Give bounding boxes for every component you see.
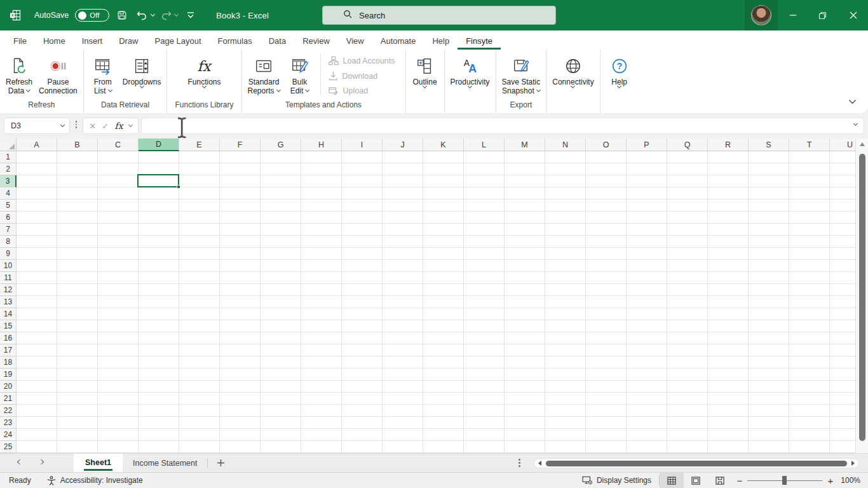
horizontal-scrollbar[interactable]: [534, 458, 859, 468]
zoom-slider[interactable]: [747, 480, 822, 481]
column-header-B[interactable]: B: [57, 139, 98, 151]
row-header-21[interactable]: 21: [0, 393, 17, 405]
column-header-H[interactable]: H: [301, 139, 342, 151]
zoom-level[interactable]: 100%: [839, 476, 868, 485]
productivity-button[interactable]: AA Productivity: [447, 53, 493, 88]
sheet-tab-income-statement[interactable]: Income Statement: [123, 454, 207, 472]
zoom-slider-thumb[interactable]: [782, 476, 787, 485]
insert-function-button[interactable]: fx: [114, 121, 123, 131]
horizontal-scrollbar-handle[interactable]: [519, 459, 520, 467]
tab-automate[interactable]: Automate: [372, 30, 424, 50]
undo-button[interactable]: [136, 10, 154, 21]
minimize-button[interactable]: [778, 0, 808, 30]
row-header-18[interactable]: 18: [0, 356, 17, 369]
zoom-out-button[interactable]: −: [732, 475, 747, 486]
row-header-13[interactable]: 13: [0, 296, 17, 308]
row-header-5[interactable]: 5: [0, 200, 17, 212]
row-header-24[interactable]: 24: [0, 429, 17, 441]
name-box-chevron-icon[interactable]: [60, 123, 65, 127]
row-header-22[interactable]: 22: [0, 405, 17, 417]
autosave-toggle[interactable]: Off: [75, 9, 109, 22]
row-header-9[interactable]: 9: [0, 248, 17, 260]
selected-cell-outline[interactable]: [137, 174, 179, 187]
column-header-K[interactable]: K: [423, 139, 464, 151]
formula-bar-drag-handle[interactable]: [72, 121, 80, 128]
display-settings-button[interactable]: Display Settings: [574, 476, 659, 485]
row-header-20[interactable]: 20: [0, 381, 17, 393]
formula-input[interactable]: [141, 118, 864, 134]
column-header-A[interactable]: A: [17, 139, 57, 151]
fx-chevron-icon[interactable]: [128, 123, 133, 127]
excel-app-icon[interactable]: x: [9, 9, 22, 22]
from-list-button[interactable]: From List: [86, 53, 119, 95]
row-header-14[interactable]: 14: [0, 308, 17, 320]
row-header-2[interactable]: 2: [0, 163, 17, 175]
sheet-nav-next-button[interactable]: [31, 454, 52, 472]
column-header-J[interactable]: J: [383, 139, 423, 151]
bulk-edit-button[interactable]: Bulk Edit: [283, 53, 316, 95]
row-header-23[interactable]: 23: [0, 417, 17, 429]
save-button[interactable]: [113, 6, 131, 24]
row-header-11[interactable]: 11: [0, 272, 17, 284]
tab-insert[interactable]: Insert: [74, 30, 111, 50]
column-header-O[interactable]: O: [586, 139, 627, 151]
outline-button[interactable]: Outline: [409, 53, 442, 88]
row-header-15[interactable]: 15: [0, 320, 17, 332]
collapse-ribbon-button[interactable]: [846, 93, 859, 109]
row-header-10[interactable]: 10: [0, 260, 17, 272]
tab-file[interactable]: File: [5, 30, 35, 50]
customize-quick-access-toolbar-button[interactable]: [182, 6, 200, 24]
column-header-N[interactable]: N: [545, 139, 586, 151]
row-header-8[interactable]: 8: [0, 236, 17, 248]
zoom-in-button[interactable]: +: [822, 475, 839, 486]
row-header-12[interactable]: 12: [0, 284, 17, 296]
view-page-break-button[interactable]: [708, 473, 732, 488]
tab-finsyte[interactable]: Finsyte: [458, 30, 501, 50]
fill-handle[interactable]: [177, 185, 180, 189]
row-header-17[interactable]: 17: [0, 344, 17, 356]
tab-help[interactable]: Help: [424, 30, 458, 50]
row-header-6[interactable]: 6: [0, 212, 17, 224]
column-header-M[interactable]: M: [505, 139, 545, 151]
row-header-16[interactable]: 16: [0, 332, 17, 344]
expand-formula-bar-chevron-icon[interactable]: [853, 121, 858, 126]
add-sheet-button[interactable]: [208, 454, 233, 472]
tab-draw[interactable]: Draw: [111, 30, 146, 50]
tab-data[interactable]: Data: [261, 30, 294, 50]
column-header-P[interactable]: P: [627, 139, 667, 151]
close-button[interactable]: [838, 0, 868, 30]
row-header-1[interactable]: 1: [0, 151, 17, 163]
help-button[interactable]: ? Help: [603, 53, 636, 88]
row-header-7[interactable]: 7: [0, 224, 17, 236]
view-page-layout-button[interactable]: [684, 473, 708, 488]
column-header-I[interactable]: I: [342, 139, 383, 151]
select-all-corner[interactable]: [0, 139, 17, 151]
account-avatar-button[interactable]: [745, 0, 778, 30]
column-header-C[interactable]: C: [98, 139, 139, 151]
pause-connection-button[interactable]: Pause Connection: [36, 53, 81, 95]
scroll-left-arrow-icon[interactable]: [538, 461, 541, 466]
functions-button[interactable]: fx Functions: [184, 53, 224, 88]
column-header-S[interactable]: S: [749, 139, 789, 151]
vertical-scrollbar[interactable]: [855, 139, 868, 453]
row-header-3[interactable]: 3: [0, 175, 17, 187]
column-header-R[interactable]: R: [708, 139, 749, 151]
sheet-nav-previous-button[interactable]: [9, 454, 31, 472]
tab-home[interactable]: Home: [35, 30, 74, 50]
view-normal-button[interactable]: [660, 473, 684, 488]
search-input[interactable]: Search: [322, 6, 556, 25]
column-header-L[interactable]: L: [464, 139, 505, 151]
tab-page-layout[interactable]: Page Layout: [147, 30, 210, 50]
row-header-4[interactable]: 4: [0, 187, 17, 200]
standard-reports-button[interactable]: Standard Reports: [245, 53, 283, 95]
dropdowns-button[interactable]: Dropdowns: [119, 53, 165, 88]
vertical-scroll-thumb[interactable]: [859, 154, 865, 441]
column-header-D[interactable]: D: [139, 139, 179, 151]
name-box[interactable]: D3: [4, 118, 70, 134]
column-header-E[interactable]: E: [179, 139, 220, 151]
row-header-25[interactable]: 25: [0, 441, 17, 453]
scroll-up-arrow-icon[interactable]: [860, 142, 865, 146]
column-header-G[interactable]: G: [261, 139, 301, 151]
sheet-tab-sheet1[interactable]: Sheet1: [74, 454, 123, 472]
tab-formulas[interactable]: Formulas: [210, 30, 261, 50]
